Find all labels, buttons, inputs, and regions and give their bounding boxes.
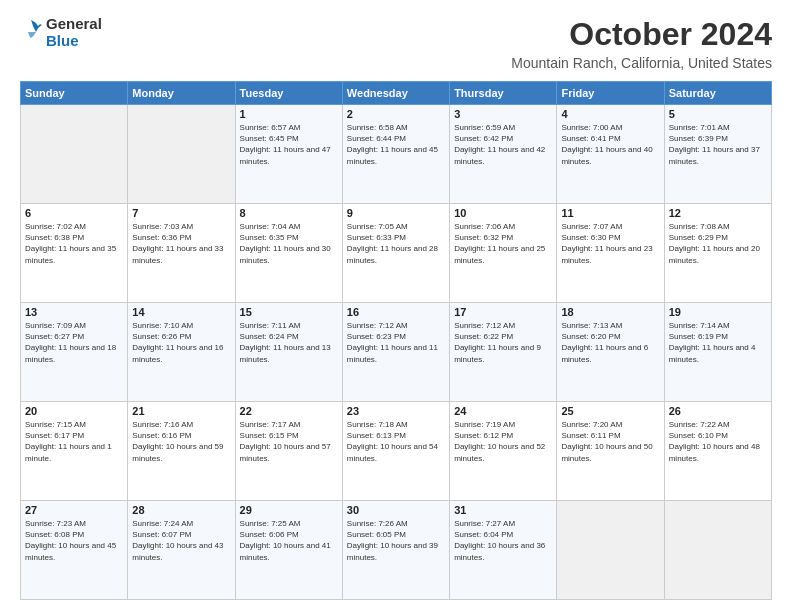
table-row: 31Sunrise: 7:27 AMSunset: 6:04 PMDayligh…: [450, 501, 557, 600]
day-info: Sunrise: 7:02 AMSunset: 6:38 PMDaylight:…: [25, 221, 123, 266]
table-row: 11Sunrise: 7:07 AMSunset: 6:30 PMDayligh…: [557, 204, 664, 303]
table-row: 3Sunrise: 6:59 AMSunset: 6:42 PMDaylight…: [450, 105, 557, 204]
table-row: 29Sunrise: 7:25 AMSunset: 6:06 PMDayligh…: [235, 501, 342, 600]
table-row: 20Sunrise: 7:15 AMSunset: 6:17 PMDayligh…: [21, 402, 128, 501]
day-number: 29: [240, 504, 338, 516]
day-number: 3: [454, 108, 552, 120]
logo-bird-icon: [20, 18, 42, 48]
table-row: 28Sunrise: 7:24 AMSunset: 6:07 PMDayligh…: [128, 501, 235, 600]
day-info: Sunrise: 7:06 AMSunset: 6:32 PMDaylight:…: [454, 221, 552, 266]
table-row: 22Sunrise: 7:17 AMSunset: 6:15 PMDayligh…: [235, 402, 342, 501]
table-row: 13Sunrise: 7:09 AMSunset: 6:27 PMDayligh…: [21, 303, 128, 402]
day-info: Sunrise: 6:58 AMSunset: 6:44 PMDaylight:…: [347, 122, 445, 167]
day-number: 17: [454, 306, 552, 318]
table-row: 16Sunrise: 7:12 AMSunset: 6:23 PMDayligh…: [342, 303, 449, 402]
day-info: Sunrise: 7:10 AMSunset: 6:26 PMDaylight:…: [132, 320, 230, 365]
table-row: 10Sunrise: 7:06 AMSunset: 6:32 PMDayligh…: [450, 204, 557, 303]
day-number: 5: [669, 108, 767, 120]
calendar-week-row: 1Sunrise: 6:57 AMSunset: 6:45 PMDaylight…: [21, 105, 772, 204]
table-row: 26Sunrise: 7:22 AMSunset: 6:10 PMDayligh…: [664, 402, 771, 501]
table-row: 27Sunrise: 7:23 AMSunset: 6:08 PMDayligh…: [21, 501, 128, 600]
day-info: Sunrise: 7:04 AMSunset: 6:35 PMDaylight:…: [240, 221, 338, 266]
day-number: 14: [132, 306, 230, 318]
col-thursday: Thursday: [450, 82, 557, 105]
logo: General Blue: [20, 16, 102, 49]
day-number: 6: [25, 207, 123, 219]
table-row: 7Sunrise: 7:03 AMSunset: 6:36 PMDaylight…: [128, 204, 235, 303]
day-number: 10: [454, 207, 552, 219]
table-row: 18Sunrise: 7:13 AMSunset: 6:20 PMDayligh…: [557, 303, 664, 402]
day-info: Sunrise: 7:17 AMSunset: 6:15 PMDaylight:…: [240, 419, 338, 464]
col-sunday: Sunday: [21, 82, 128, 105]
table-row: 6Sunrise: 7:02 AMSunset: 6:38 PMDaylight…: [21, 204, 128, 303]
col-saturday: Saturday: [664, 82, 771, 105]
day-info: Sunrise: 7:24 AMSunset: 6:07 PMDaylight:…: [132, 518, 230, 563]
day-info: Sunrise: 7:19 AMSunset: 6:12 PMDaylight:…: [454, 419, 552, 464]
day-number: 27: [25, 504, 123, 516]
day-info: Sunrise: 7:07 AMSunset: 6:30 PMDaylight:…: [561, 221, 659, 266]
table-row: 17Sunrise: 7:12 AMSunset: 6:22 PMDayligh…: [450, 303, 557, 402]
calendar-week-row: 20Sunrise: 7:15 AMSunset: 6:17 PMDayligh…: [21, 402, 772, 501]
day-number: 2: [347, 108, 445, 120]
table-row: 23Sunrise: 7:18 AMSunset: 6:13 PMDayligh…: [342, 402, 449, 501]
table-row: 5Sunrise: 7:01 AMSunset: 6:39 PMDaylight…: [664, 105, 771, 204]
table-row: 30Sunrise: 7:26 AMSunset: 6:05 PMDayligh…: [342, 501, 449, 600]
day-info: Sunrise: 7:18 AMSunset: 6:13 PMDaylight:…: [347, 419, 445, 464]
day-info: Sunrise: 7:13 AMSunset: 6:20 PMDaylight:…: [561, 320, 659, 365]
day-number: 15: [240, 306, 338, 318]
day-number: 23: [347, 405, 445, 417]
col-monday: Monday: [128, 82, 235, 105]
day-number: 13: [25, 306, 123, 318]
page: General Blue October 2024 Mountain Ranch…: [0, 0, 792, 612]
table-row: [128, 105, 235, 204]
day-number: 9: [347, 207, 445, 219]
day-info: Sunrise: 7:03 AMSunset: 6:36 PMDaylight:…: [132, 221, 230, 266]
day-number: 24: [454, 405, 552, 417]
calendar-header-row: Sunday Monday Tuesday Wednesday Thursday…: [21, 82, 772, 105]
day-info: Sunrise: 7:26 AMSunset: 6:05 PMDaylight:…: [347, 518, 445, 563]
day-info: Sunrise: 7:25 AMSunset: 6:06 PMDaylight:…: [240, 518, 338, 563]
day-info: Sunrise: 7:14 AMSunset: 6:19 PMDaylight:…: [669, 320, 767, 365]
day-number: 11: [561, 207, 659, 219]
table-row: 2Sunrise: 6:58 AMSunset: 6:44 PMDaylight…: [342, 105, 449, 204]
table-row: 1Sunrise: 6:57 AMSunset: 6:45 PMDaylight…: [235, 105, 342, 204]
logo-blue: Blue: [46, 33, 102, 50]
day-number: 25: [561, 405, 659, 417]
table-row: 14Sunrise: 7:10 AMSunset: 6:26 PMDayligh…: [128, 303, 235, 402]
header: General Blue October 2024 Mountain Ranch…: [20, 16, 772, 71]
day-number: 7: [132, 207, 230, 219]
day-number: 31: [454, 504, 552, 516]
month-title: October 2024: [511, 16, 772, 53]
day-number: 16: [347, 306, 445, 318]
day-info: Sunrise: 6:57 AMSunset: 6:45 PMDaylight:…: [240, 122, 338, 167]
day-info: Sunrise: 7:22 AMSunset: 6:10 PMDaylight:…: [669, 419, 767, 464]
logo-general: General: [46, 16, 102, 33]
day-info: Sunrise: 7:20 AMSunset: 6:11 PMDaylight:…: [561, 419, 659, 464]
table-row: [664, 501, 771, 600]
day-info: Sunrise: 7:23 AMSunset: 6:08 PMDaylight:…: [25, 518, 123, 563]
day-info: Sunrise: 7:15 AMSunset: 6:17 PMDaylight:…: [25, 419, 123, 464]
day-number: 21: [132, 405, 230, 417]
calendar-week-row: 13Sunrise: 7:09 AMSunset: 6:27 PMDayligh…: [21, 303, 772, 402]
day-info: Sunrise: 7:09 AMSunset: 6:27 PMDaylight:…: [25, 320, 123, 365]
day-number: 28: [132, 504, 230, 516]
day-number: 4: [561, 108, 659, 120]
day-info: Sunrise: 7:27 AMSunset: 6:04 PMDaylight:…: [454, 518, 552, 563]
table-row: 12Sunrise: 7:08 AMSunset: 6:29 PMDayligh…: [664, 204, 771, 303]
day-info: Sunrise: 6:59 AMSunset: 6:42 PMDaylight:…: [454, 122, 552, 167]
calendar-week-row: 6Sunrise: 7:02 AMSunset: 6:38 PMDaylight…: [21, 204, 772, 303]
table-row: 9Sunrise: 7:05 AMSunset: 6:33 PMDaylight…: [342, 204, 449, 303]
day-number: 18: [561, 306, 659, 318]
table-row: [557, 501, 664, 600]
table-row: [21, 105, 128, 204]
day-info: Sunrise: 7:05 AMSunset: 6:33 PMDaylight:…: [347, 221, 445, 266]
day-info: Sunrise: 7:08 AMSunset: 6:29 PMDaylight:…: [669, 221, 767, 266]
col-wednesday: Wednesday: [342, 82, 449, 105]
col-friday: Friday: [557, 82, 664, 105]
location: Mountain Ranch, California, United State…: [511, 55, 772, 71]
day-info: Sunrise: 7:12 AMSunset: 6:23 PMDaylight:…: [347, 320, 445, 365]
day-info: Sunrise: 7:00 AMSunset: 6:41 PMDaylight:…: [561, 122, 659, 167]
table-row: 15Sunrise: 7:11 AMSunset: 6:24 PMDayligh…: [235, 303, 342, 402]
day-info: Sunrise: 7:16 AMSunset: 6:16 PMDaylight:…: [132, 419, 230, 464]
col-tuesday: Tuesday: [235, 82, 342, 105]
